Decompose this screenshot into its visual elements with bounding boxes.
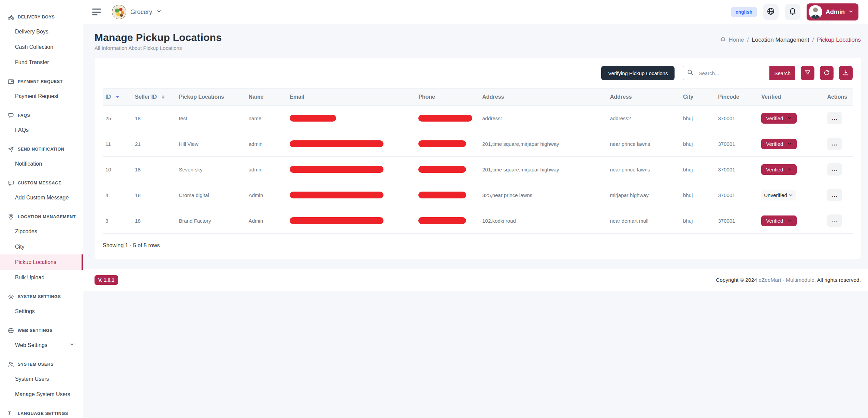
cell-pickup-location: Hill View [176,131,246,157]
sidebar-section-location-management: LOCATION MANAGEMENT [0,210,83,224]
sidebar-item-notification[interactable]: Notification [0,156,83,171]
row-actions-button[interactable]: ... [827,112,842,124]
sidebar-item-fund-transfer[interactable]: Fund Transfer [0,55,83,70]
cell-email [287,106,416,131]
cell-address2: near prince lawns [607,131,680,157]
cell-name: Admin [246,182,287,208]
cell-city: bhuj [680,208,715,234]
sort-desc-icon[interactable] [116,96,119,98]
sidebar-item-cash-collection[interactable]: Cash Collection [0,39,83,55]
cell-pincode: 370001 [715,208,759,234]
row-actions-button[interactable]: ... [827,214,842,227]
cell-actions: ... [824,208,853,234]
cell-email [287,157,416,182]
sidebar-section-label: SEND NOTIFICATION [18,147,64,152]
sidebar-item-system-users[interactable]: System Users [0,371,83,387]
sidebar-item-add-custom-message[interactable]: Add Custom Message [0,190,83,205]
verified-status-dropdown[interactable]: Unverified [761,190,796,200]
sidebar-section-label: DELIVERY BOYS [18,15,55,19]
cell-id: 25 [103,106,132,131]
store-switcher[interactable]: Grocery [112,5,162,19]
sidebar-item-settings[interactable]: Settings [0,304,83,319]
main-area: Grocery english Admin [83,0,868,418]
search-button[interactable]: Search [769,66,795,80]
cell-pickup-location: Croma digital [176,182,246,208]
send-icon [8,146,14,153]
sidebar-item-faqs[interactable]: FAQs [0,122,83,138]
language-icon: T [8,410,14,417]
column-header-id[interactable]: ID [103,89,132,106]
globe-button[interactable] [763,4,779,20]
column-header-pincode: Pincode [715,89,759,106]
card-icon [8,78,14,85]
gear-icon [8,293,14,300]
download-button[interactable] [839,66,853,80]
sidebar-item-bulk-upload[interactable]: Bulk Upload [0,270,83,285]
table-header-row: IDSeller IDPickup LocationsNameEmailPhon… [103,89,853,106]
sidebar-item-payment-request[interactable]: Payment Request [0,88,83,104]
cell-seller-id: 18 [132,157,176,182]
sidebar-item-zipcodes[interactable]: Zipcodes [0,224,83,239]
verifying-pickup-locations-button[interactable]: Verifying Pickup Locations [601,66,675,80]
chevron-down-icon [156,9,162,15]
search-addon [683,66,697,80]
verified-status-dropdown[interactable]: Verified [761,215,797,226]
sidebar-section-label: WEB SETTINGS [18,328,53,333]
sidebar-section-faqs: FAQS [0,109,83,122]
table-row: 418Croma digitalAdmin325,near prince law… [103,182,853,208]
copyright-brand: eZeeMart - Multimodule. [758,277,816,283]
cell-pincode: 370001 [715,182,759,208]
row-actions-button[interactable]: ... [827,163,842,176]
cell-name: Admin [246,208,287,234]
sidebar-item-manage-system-users[interactable]: Manage System Users [0,387,83,402]
verified-status-dropdown[interactable]: Verified [761,139,797,149]
sidebar-item-delivery-boys[interactable]: Delivery Boys [0,24,83,39]
verified-status-dropdown[interactable]: Verified [761,164,797,175]
redacted-email-bar [290,115,336,122]
cell-email [287,208,416,234]
sidebar-item-city[interactable]: City [0,239,83,254]
breadcrumb-home[interactable]: Home [720,36,744,44]
table-row: 1121Hill Viewadmin201,time square,mirjap… [103,131,853,157]
refresh-button[interactable] [820,66,834,80]
column-header-seller-id[interactable]: Seller ID [132,89,176,106]
sidebar-item-pickup-locations[interactable]: Pickup Locations [0,254,83,270]
sidebar-item-web-settings[interactable]: Web Settings [0,337,83,353]
column-header-verified: Verified [758,89,824,106]
column-header-city: City [680,89,715,106]
language-badge[interactable]: english [731,7,757,17]
ellipsis-icon: ... [832,166,837,172]
column-header-actions: Actions [824,89,853,106]
verified-status-dropdown[interactable]: Verified [761,113,797,124]
row-actions-button[interactable]: ... [827,138,842,150]
topbar: Grocery english Admin [83,0,868,24]
brand-name: Grocery [130,9,152,16]
search-group: Search [683,66,795,80]
pickup-locations-table: IDSeller IDPickup LocationsNameEmailPhon… [103,88,853,234]
column-header-address: Address [479,89,607,106]
breadcrumb-location-management[interactable]: Location Management [752,37,809,43]
home-icon [720,36,726,44]
filter-button[interactable] [801,66,814,80]
sidebar-section-system-users: SYSTEM USERS [0,358,83,371]
sort-icon[interactable] [162,95,164,99]
sidebar-item-label: Manage System Users [15,391,70,398]
cell-id: 3 [103,208,132,234]
ellipsis-icon: ... [832,141,837,147]
rows-summary: Showing 1 - 5 of 5 rows [103,242,853,249]
sidebar-item-label: Add Custom Message [15,195,69,201]
admin-menu-button[interactable]: Admin [807,3,858,20]
notifications-button[interactable] [785,4,800,20]
chevron-down-icon [69,342,75,349]
cell-seller-id: 18 [132,182,176,208]
bell-icon [789,7,797,17]
chevron-down-icon [789,193,793,197]
chat-icon [8,112,14,119]
row-actions-button[interactable]: ... [827,189,842,201]
filter-icon [804,69,811,77]
search-input[interactable] [697,66,769,80]
sidebar-section-custom-message: CUSTOM MESSAGE [0,176,83,190]
hamburger-menu-icon[interactable] [92,9,101,15]
cell-address2: mirjapar highway [607,182,680,208]
sidebar: DELIVERY BOYSDelivery BoysCash Collectio… [0,0,83,418]
